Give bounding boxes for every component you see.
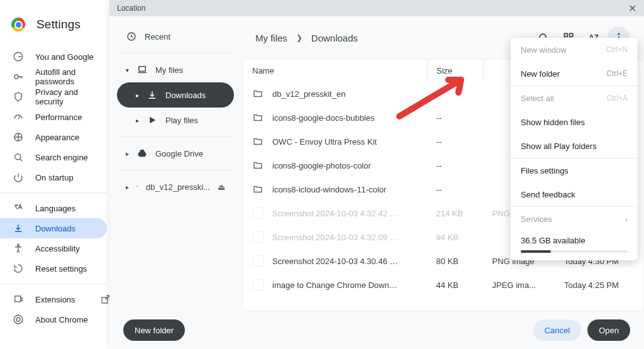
menu-files-settings[interactable]: Files settings <box>511 158 638 182</box>
image-thumb-icon <box>252 231 264 243</box>
nav-search-engine[interactable]: Search engine <box>0 147 107 167</box>
translate-icon <box>13 202 24 214</box>
chevron-right-icon: ▸ <box>126 184 129 191</box>
cancel-button[interactable]: Cancel <box>533 319 581 341</box>
breadcrumb-root[interactable]: My files <box>255 33 287 43</box>
accessibility-icon <box>13 243 24 254</box>
dialog-title: Location <box>117 4 145 13</box>
menu-storage: 36.5 GB available <box>511 231 638 260</box>
nav-autofill[interactable]: Autofill and passwords <box>0 67 107 87</box>
file-name: icons8-google-docs-bubbles <box>272 113 375 123</box>
folder-icon <box>252 184 264 195</box>
play-icon <box>147 114 158 126</box>
svg-rect-13 <box>564 33 567 36</box>
file-name: Screenshot 2024-10-03 4.32.09 PM... <box>272 233 398 242</box>
reset-icon <box>13 263 24 274</box>
sidebar-google-drive[interactable]: ▸ Google Drive <box>117 141 234 166</box>
file-name: icons8-icloud-windows-11-color <box>272 185 386 194</box>
nav-reset-settings[interactable]: Reset settings <box>0 258 107 279</box>
drive-icon <box>136 148 148 159</box>
nav-you-and-google[interactable]: You and Google <box>0 47 107 67</box>
nav-privacy[interactable]: Privacy and security <box>0 87 107 107</box>
chrome-logo-icon <box>11 18 25 31</box>
sidebar-play-files[interactable]: ▸ Play files <box>117 108 234 133</box>
new-folder-button[interactable]: New folder <box>123 319 185 341</box>
key-icon <box>13 71 24 82</box>
search-icon <box>13 152 24 163</box>
nav-accessibility[interactable]: Accessibility <box>0 238 107 258</box>
chevron-down-icon: ▾ <box>126 67 129 74</box>
file-picker-dialog: Location ✕ Recent ▾ My files ▸ Downloads… <box>109 0 644 349</box>
chevron-right-icon: ▸ <box>136 92 139 99</box>
image-thumb-icon <box>252 279 264 291</box>
chevron-right-icon: › <box>625 214 628 224</box>
breadcrumb-current: Downloads <box>311 33 358 43</box>
svg-point-3 <box>15 154 21 160</box>
close-icon[interactable]: ✕ <box>626 3 639 14</box>
eject-icon[interactable]: ⏏ <box>218 182 225 192</box>
breadcrumb: My files ❯ Downloads <box>255 33 358 43</box>
download-icon <box>13 223 24 234</box>
file-size: -- <box>428 130 484 153</box>
dialog-footer: New folder Cancel Open <box>109 311 644 349</box>
svg-rect-5 <box>15 296 21 302</box>
power-icon <box>13 172 24 183</box>
file-name: db_v12_presskit_en <box>272 89 345 99</box>
image-thumb-icon <box>252 208 264 219</box>
menu-show-play[interactable]: Show all Play folders <box>511 134 638 158</box>
svg-rect-11 <box>137 186 138 187</box>
nav-about-chrome[interactable]: About Chrome <box>0 309 107 330</box>
nav-divider <box>0 192 107 193</box>
nav-on-startup[interactable]: On startup <box>0 167 107 187</box>
settings-title: Settings <box>36 18 80 31</box>
file-size: -- <box>428 177 484 201</box>
extension-icon <box>13 294 24 305</box>
menu-new-folder[interactable]: New folderCtrl+E <box>511 62 638 86</box>
nav-appearance[interactable]: Appearance <box>0 127 107 147</box>
settings-title-row: Settings <box>0 15 107 47</box>
file-name: Screenshot 2024-10-03 4.32.42 PM... <box>272 209 398 218</box>
clock-icon <box>126 31 137 42</box>
menu-services[interactable]: Services› <box>511 207 638 231</box>
file-type: JPEG ima... <box>484 273 555 297</box>
folder-icon <box>252 88 264 99</box>
col-name[interactable]: Name <box>243 60 428 82</box>
open-button[interactable]: Open <box>587 319 630 341</box>
nav-extensions[interactable]: Extensions <box>0 289 107 309</box>
chevron-right-icon: ❯ <box>296 33 303 42</box>
file-row[interactable]: image to Change Chrome Download ...44 KB… <box>243 273 643 297</box>
file-name: Screenshot 2024-10-03 4.30.46 PM... <box>272 257 398 266</box>
shield-icon <box>13 91 24 102</box>
sidebar-usb[interactable]: ▸ db_v12_presski... ⏏ <box>117 174 234 199</box>
nav-downloads[interactable]: Downloads <box>0 218 107 238</box>
menu-new-window: New windowCtrl+N <box>511 38 638 62</box>
svg-point-1 <box>14 75 18 79</box>
nav-performance[interactable]: Performance <box>0 107 107 127</box>
file-name: image to Change Chrome Download ... <box>272 280 398 290</box>
menu-select-all: Select allCtrl+A <box>511 86 638 110</box>
gauge-icon <box>13 111 24 123</box>
dialog-title-bar: Location ✕ <box>109 0 644 16</box>
chevron-right-icon: ▸ <box>136 117 139 124</box>
download-icon <box>147 89 158 101</box>
sidebar-downloads[interactable]: ▸ Downloads <box>117 82 234 108</box>
nav-divider <box>0 284 107 284</box>
sidebar-my-files[interactable]: ▾ My files <box>117 57 234 82</box>
nav-languages[interactable]: Languages <box>0 198 107 218</box>
file-size: 44 KB <box>428 273 484 297</box>
menu-send-feedback[interactable]: Send feedback <box>511 182 638 206</box>
sidebar-recent[interactable]: Recent <box>117 24 234 49</box>
menu-show-hidden[interactable]: Show hidden files <box>511 110 638 134</box>
more-menu: New windowCtrl+N New folderCtrl+E Select… <box>511 38 638 260</box>
folder-icon <box>252 112 264 123</box>
image-thumb-icon <box>252 255 264 267</box>
chevron-right-icon: ▸ <box>126 150 129 157</box>
google-g-icon <box>13 51 24 62</box>
chrome-outline-icon <box>13 314 24 325</box>
file-size: -- <box>428 153 484 177</box>
file-size: 94 KB <box>428 225 484 249</box>
file-name: icons8-google-photos-color <box>272 161 371 170</box>
col-size[interactable]: Size <box>428 60 484 82</box>
svg-point-4 <box>18 244 19 246</box>
svg-point-7 <box>14 315 23 324</box>
